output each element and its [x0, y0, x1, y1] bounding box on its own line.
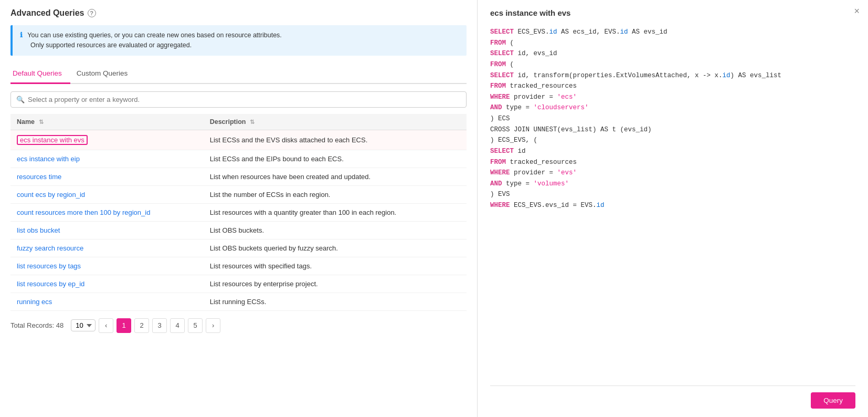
code-token: provider =	[510, 93, 557, 101]
page-btn-2[interactable]: 2	[134, 318, 149, 333]
code-token: provider =	[510, 169, 557, 176]
page-btn-4[interactable]: 4	[170, 318, 185, 333]
query-name-link[interactable]: fuzzy search resource	[17, 244, 83, 252]
code-token: WHERE	[490, 93, 510, 101]
code-token: ECS_EVS.evs_id = EVS.	[510, 202, 597, 209]
queries-table: Name ⇅ Description ⇅ ecs instance with e…	[10, 114, 467, 311]
left-panel: Advanced Queries ? ℹ You can use existin…	[0, 0, 478, 417]
query-name-link[interactable]: resources time	[17, 173, 61, 181]
query-description: List the number of ECSs in each region.	[204, 185, 467, 203]
code-token: tracked_resources	[506, 82, 577, 90]
code-token: ) ECS_EVS, (	[490, 137, 537, 144]
code-token: id	[597, 202, 605, 209]
table-row[interactable]: count ecs by region_idList the number of…	[10, 185, 467, 203]
tabs: Default Queries Custom Queries	[10, 65, 467, 84]
help-icon[interactable]: ?	[88, 9, 96, 17]
code-token: SELECT	[490, 50, 514, 57]
code-token: SELECT	[490, 72, 514, 79]
code-token: AS evs_id	[628, 28, 668, 36]
query-name-link[interactable]: count resources more then 100 by region_…	[17, 208, 150, 216]
table-row[interactable]: list resources by ep_idList resources by…	[10, 275, 467, 293]
table-row[interactable]: list obs bucketList OBS buckets.	[10, 221, 467, 239]
query-name-link[interactable]: list obs bucket	[17, 226, 60, 234]
query-description: List OBS buckets queried by fuzzy search…	[204, 239, 467, 257]
table-row[interactable]: fuzzy search resourceList OBS buckets qu…	[10, 239, 467, 257]
query-description: List running ECSs.	[204, 293, 467, 310]
code-token: SELECT	[490, 28, 514, 36]
search-box: 🔍	[10, 91, 467, 108]
pagination: Total Records: 48 10 20 50 ‹ 1 2 3 4 5 ›	[10, 318, 467, 333]
query-name-link[interactable]: count ecs by region_id	[17, 191, 85, 199]
query-description: List ECSs and the EVS disks attached to …	[204, 130, 467, 150]
code-token: FROM	[490, 159, 506, 166]
code-token: AS ecs_id, EVS.	[557, 28, 620, 36]
table-row[interactable]: ecs instance with evsList ECSs and the E…	[10, 130, 467, 150]
col-description: Description ⇅	[204, 114, 467, 130]
code-token: AND	[490, 180, 502, 187]
code-token: AND	[490, 104, 502, 111]
code-token: 'ecs'	[557, 93, 577, 101]
code-token: ) ECS	[490, 115, 510, 122]
table-row[interactable]: count resources more then 100 by region_…	[10, 203, 467, 221]
query-name-link[interactable]: running ecs	[17, 298, 52, 306]
code-token: WHERE	[490, 169, 510, 176]
code-token: FROM	[490, 82, 506, 90]
table-row[interactable]: running ecsList running ECSs.	[10, 293, 467, 310]
query-name-link[interactable]: list resources by tags	[17, 262, 81, 270]
tab-default-queries[interactable]: Default Queries	[10, 65, 70, 84]
query-btn-row: Query	[490, 385, 855, 409]
page-title-row: Advanced Queries ?	[10, 8, 467, 18]
page-btn-5[interactable]: 5	[188, 318, 203, 333]
query-description: List resources by enterprise project.	[204, 275, 467, 293]
query-description: List when resources have been created an…	[204, 168, 467, 185]
code-token: (	[506, 61, 514, 68]
tab-custom-queries[interactable]: Custom Queries	[75, 65, 136, 84]
code-token: id	[514, 148, 526, 155]
query-name-link[interactable]: ecs instance with eip	[17, 155, 80, 163]
code-token: WHERE	[490, 202, 510, 209]
query-button[interactable]: Query	[811, 392, 855, 409]
code-token: FROM	[490, 61, 506, 68]
query-name-selected[interactable]: ecs instance with evs	[17, 135, 88, 145]
code-token: id, transform(properties.ExtVolumesAttac…	[514, 72, 723, 79]
code-token: 'cloudservers'	[534, 104, 589, 111]
table-header-row: Name ⇅ Description ⇅	[10, 114, 467, 130]
close-button[interactable]: ×	[854, 6, 860, 16]
table-row[interactable]: resources timeList when resources have b…	[10, 168, 467, 185]
query-description: List ECSs and the EIPs bound to each ECS…	[204, 150, 467, 168]
code-token: type =	[502, 104, 534, 111]
code-token: FROM	[490, 39, 506, 47]
code-token: id	[620, 28, 628, 36]
query-description: List resources with specified tags.	[204, 257, 467, 275]
name-sort-icon[interactable]: ⇅	[39, 119, 44, 125]
code-token: CROSS JOIN UNNEST(evs_list) AS t (evs_id…	[490, 126, 652, 133]
code-token: SELECT	[490, 148, 514, 155]
description-sort-icon[interactable]: ⇅	[250, 119, 255, 125]
query-description: List resources with a quantity greater t…	[204, 203, 467, 221]
query-name-link[interactable]: list resources by ep_id	[17, 280, 84, 288]
code-token: ) EVS	[490, 191, 510, 198]
info-line2: Only supported resources are evaluated o…	[30, 41, 192, 49]
code-token: 'evs'	[557, 169, 577, 176]
query-description: List OBS buckets.	[204, 221, 467, 239]
page-btn-3[interactable]: 3	[152, 318, 167, 333]
total-records: Total Records: 48	[10, 321, 63, 329]
code-token: id, evs_id	[514, 50, 557, 57]
detail-title: ecs instance with evs	[490, 8, 855, 17]
page-btn-1[interactable]: 1	[117, 318, 131, 333]
page-prev-btn[interactable]: ‹	[99, 318, 113, 333]
table-row[interactable]: list resources by tagsList resources wit…	[10, 257, 467, 275]
code-token: id	[723, 72, 731, 79]
code-token: tracked_resources	[506, 159, 577, 166]
search-input[interactable]	[28, 96, 461, 103]
col-name: Name ⇅	[10, 114, 204, 130]
code-token: ECS_EVS.	[514, 28, 549, 36]
info-banner: ℹ You can use existing queries, or you c…	[10, 25, 467, 56]
code-token: 'volumes'	[534, 180, 569, 187]
page-size-select[interactable]: 10 20 50	[71, 319, 96, 331]
info-icon: ℹ	[20, 32, 23, 39]
page-next-btn[interactable]: ›	[206, 318, 220, 333]
info-line1: You can use existing queries, or you can…	[27, 32, 282, 39]
search-icon: 🔍	[16, 96, 25, 103]
table-row[interactable]: ecs instance with eipList ECSs and the E…	[10, 150, 467, 168]
